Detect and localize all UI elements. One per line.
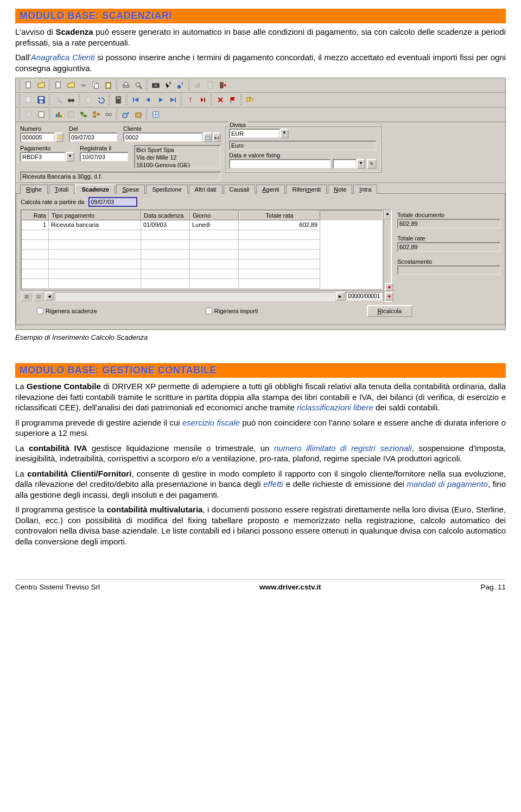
flag-icon[interactable]: [227, 94, 238, 105]
info-icon[interactable]: i?: [175, 80, 186, 91]
dropdown-icon[interactable]: ▼: [280, 129, 289, 138]
calc-icon[interactable]: [113, 94, 124, 105]
tab-spese[interactable]: Spese: [116, 185, 145, 194]
undo-icon[interactable]: [96, 94, 106, 105]
numero-input[interactable]: [20, 132, 55, 142]
open2-icon[interactable]: [66, 80, 77, 91]
list-icon[interactable]: [83, 94, 94, 105]
section-header-contabile: MODULO BASE: GESTIONE CONTABILE: [15, 363, 506, 378]
camera-icon[interactable]: [150, 80, 161, 91]
calcola-date-input[interactable]: [88, 197, 137, 207]
new-icon[interactable]: [23, 80, 34, 91]
tab-totali[interactable]: Totali: [49, 185, 75, 194]
svg-text:?: ?: [169, 81, 171, 85]
box-icon[interactable]: [133, 109, 144, 120]
new-rec-icon[interactable]: [23, 94, 34, 105]
grip-icon: [18, 109, 21, 120]
totdoc-label: Totale documento: [397, 212, 500, 218]
tab-causali[interactable]: Causali: [224, 185, 256, 194]
binoc-icon[interactable]: [66, 94, 77, 105]
tree2-icon[interactable]: [91, 109, 101, 120]
chart-icon[interactable]: [193, 80, 204, 91]
numero-lookup-icon[interactable]: ⚡: [55, 132, 63, 142]
run-icon[interactable]: [198, 94, 208, 105]
cliente-sort-icon[interactable]: a-z: [213, 132, 221, 142]
tab-altridati[interactable]: Altri dati: [189, 185, 223, 194]
contabile-p1: La Gestione Contabile di DRIVER XP perme…: [15, 381, 506, 413]
registrata-input[interactable]: [80, 152, 129, 162]
grid-nav1-icon[interactable]: ▦: [21, 291, 32, 301]
svg-rect-46: [84, 115, 86, 117]
delete-icon[interactable]: [215, 94, 226, 105]
footer-url: www.driver.cstv.it: [259, 583, 321, 591]
tab-scadenze[interactable]: Scadenze: [75, 185, 115, 194]
grip-icon: [145, 109, 148, 120]
tree1-icon[interactable]: [78, 109, 89, 120]
grip-icon: [18, 94, 21, 105]
report-icon[interactable]: [205, 80, 216, 91]
bar2-icon[interactable]: [66, 109, 77, 120]
fixing-value-input[interactable]: [333, 159, 357, 169]
search-icon[interactable]: 🔍: [53, 94, 64, 105]
tab-intra[interactable]: Intra: [353, 185, 377, 194]
svg-rect-16: [195, 85, 196, 88]
tab-note[interactable]: Note: [328, 185, 352, 194]
grid-first-icon[interactable]: ◄: [45, 292, 54, 301]
del-input[interactable]: [69, 132, 118, 142]
preview-icon[interactable]: [133, 80, 144, 91]
cliente-input[interactable]: [123, 132, 203, 142]
svg-rect-1: [56, 82, 60, 88]
tab-agenti[interactable]: Agenti: [256, 185, 285, 194]
last-icon[interactable]: [168, 94, 179, 105]
fixing-edit-icon[interactable]: ✎: [367, 159, 377, 169]
fixing-date-input[interactable]: [229, 159, 331, 169]
doc-icon[interactable]: [53, 80, 64, 91]
pagamento-select[interactable]: [20, 152, 66, 162]
first-icon[interactable]: [130, 94, 141, 105]
cliente-card-icon[interactable]: 📇: [204, 132, 212, 142]
grid-del-icon[interactable]: ✖: [385, 283, 393, 291]
prev-icon[interactable]: [143, 94, 154, 105]
scrollbar-v[interactable]: ▲ ✖ ✚: [383, 210, 392, 302]
refresh-icon[interactable]: [120, 109, 131, 120]
exit-icon[interactable]: [218, 80, 228, 91]
form2-icon[interactable]: [36, 109, 47, 120]
link-icon[interactable]: [103, 109, 114, 120]
grid-footer: ▦ ▤ ◄ ► 00000/00001: [21, 290, 383, 302]
dropdown-icon[interactable]: ▼: [66, 152, 74, 162]
svg-rect-18: [199, 83, 200, 88]
svg-point-53: [109, 113, 112, 116]
grid-icon[interactable]: [150, 109, 161, 120]
next-icon[interactable]: [155, 94, 166, 105]
tab-righe[interactable]: Righe: [20, 185, 48, 194]
rate-grid[interactable]: Rata Tipo pagamento Data scadenza Giorno…: [21, 210, 383, 290]
grid-header-data: Data scadenza: [141, 211, 190, 220]
scost-value: [397, 265, 500, 275]
cut-icon[interactable]: ✂: [78, 80, 89, 91]
save-icon[interactable]: [36, 94, 47, 105]
print-icon[interactable]: [120, 80, 131, 91]
dropdown-icon[interactable]: ▼: [357, 159, 365, 169]
copy-icon[interactable]: [91, 80, 101, 91]
ricalcola-button[interactable]: Ricalcola: [367, 305, 413, 317]
tab-riferimenti[interactable]: Riferimenti: [286, 185, 327, 194]
table-row[interactable]: 1 Ricevuta bancaria 01/09/03 Lunedì 602,…: [22, 220, 382, 230]
grid-nav2-icon[interactable]: ▤: [33, 291, 44, 301]
toolbar-extra: [16, 107, 505, 122]
svg-rect-56: [136, 113, 141, 117]
bar1-icon[interactable]: [53, 109, 64, 120]
tab-spedizione[interactable]: Spedizione: [146, 185, 187, 194]
grid-last-icon[interactable]: ►: [336, 292, 345, 301]
divisa-group-label: Divisa: [228, 122, 247, 128]
chk-rigenera-scadenze[interactable]: Rigenera scadenze: [37, 308, 97, 314]
open-icon[interactable]: [36, 80, 47, 91]
chk-rigenera-importi[interactable]: Rigenera importi: [206, 308, 258, 314]
help-icon[interactable]: ?: [245, 94, 256, 105]
form1-icon[interactable]: [23, 109, 34, 120]
whatsthis-icon[interactable]: ?: [163, 80, 174, 91]
divisa-select[interactable]: [229, 129, 280, 138]
paste-icon[interactable]: [103, 80, 114, 91]
scrollbar-h[interactable]: [55, 292, 335, 301]
exclaim-icon[interactable]: !: [185, 94, 196, 105]
grid-add-icon[interactable]: ✚: [385, 292, 393, 301]
